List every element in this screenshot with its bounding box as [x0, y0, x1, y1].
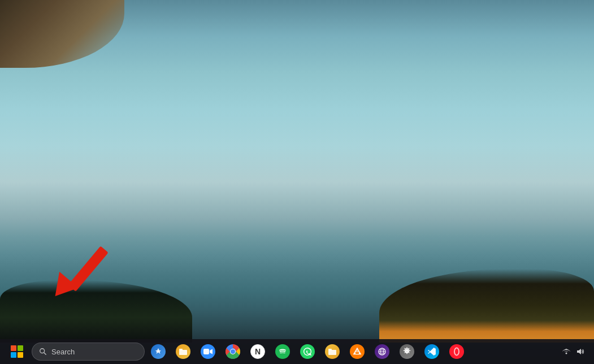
tray-network-icon[interactable]	[561, 346, 571, 357]
tray-volume-icon[interactable]	[575, 346, 585, 357]
settings-icon	[400, 344, 414, 359]
chrome-icon	[226, 344, 240, 359]
svg-point-7	[231, 349, 235, 354]
svg-point-0	[40, 349, 45, 353]
zoom-icon	[201, 344, 215, 359]
winamp-icon	[151, 344, 166, 359]
whatsapp-icon	[300, 344, 315, 359]
svg-point-21	[566, 353, 567, 354]
svg-rect-12	[356, 351, 359, 352]
svg-rect-8	[328, 350, 336, 355]
windows-logo-icon	[11, 345, 23, 358]
desktop: Search	[0, 0, 594, 364]
taskbar-app-explorer2[interactable]	[321, 339, 344, 364]
svg-rect-3	[179, 349, 183, 350]
svg-rect-13	[355, 352, 359, 353]
spotify-icon	[275, 344, 290, 359]
search-label: Search	[51, 348, 75, 356]
system-tray	[561, 346, 589, 357]
vscode-icon	[424, 344, 439, 359]
taskbar-app-vscode[interactable]	[420, 339, 443, 364]
file-explorer-icon	[176, 344, 190, 359]
taskbar-app-chrome[interactable]	[222, 339, 244, 364]
taskbar-app-settings[interactable]	[396, 339, 418, 364]
taskbar-app-vlc[interactable]	[346, 339, 368, 364]
svg-rect-10	[355, 353, 359, 354]
svg-line-1	[44, 353, 46, 354]
vlc-icon	[350, 344, 365, 359]
explorer-icon	[325, 344, 340, 359]
taskbar-app-zoom[interactable]	[197, 339, 219, 364]
taskbar: Search	[0, 339, 594, 364]
search-icon	[39, 348, 47, 356]
opera-icon	[449, 344, 464, 359]
svg-rect-9	[328, 349, 332, 350]
svg-rect-4	[203, 349, 209, 354]
taskbar-app-notion[interactable]: N	[246, 339, 269, 364]
taskbar-app-opera[interactable]	[445, 339, 468, 364]
svg-rect-2	[179, 350, 187, 355]
taskbar-app-dark-browser[interactable]	[371, 339, 393, 364]
taskbar-search-box[interactable]: Search	[32, 343, 145, 361]
dark-browser-icon	[375, 344, 389, 359]
svg-rect-11	[357, 350, 358, 350]
notion-icon: N	[250, 344, 265, 359]
start-button[interactable]	[5, 339, 29, 364]
taskbar-app-whatsapp[interactable]	[296, 339, 319, 364]
taskbar-app-file-explorer[interactable]	[172, 339, 194, 364]
taskbar-app-spotify[interactable]	[271, 339, 294, 364]
taskbar-app-winamp[interactable]	[147, 339, 170, 364]
